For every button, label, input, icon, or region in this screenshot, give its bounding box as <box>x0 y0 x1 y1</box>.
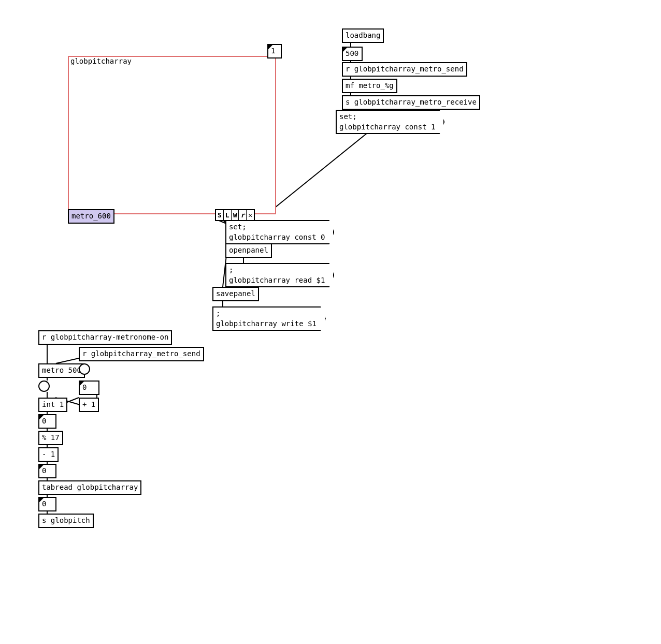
msg-set-const1-label: set;globpitcharray const 1 <box>339 112 435 131</box>
array-label: globpitcharray <box>70 57 132 65</box>
loadbang-label: loadbang <box>346 31 380 39</box>
s-metro-receive[interactable]: s globpitcharray_metro_receive <box>342 95 480 110</box>
openpanel-label: openpanel <box>229 246 268 254</box>
num-0-display-val: 0 <box>82 383 87 391</box>
savepanel-object[interactable]: savepanel <box>212 287 259 301</box>
bang-left[interactable] <box>38 380 50 392</box>
s-globpitch-label: s globpitch <box>42 516 90 524</box>
s-metro-receive-label: s globpitcharray_metro_receive <box>346 98 477 106</box>
bang-metro[interactable] <box>79 363 90 375</box>
msg-set-const0[interactable]: set;globpitcharray const 0 <box>225 220 334 244</box>
r-metro-send[interactable]: r globpitcharray_metro_send <box>342 62 467 77</box>
r-metro-send-label: r globpitcharray_metro_send <box>346 65 464 73</box>
openpanel-object[interactable]: openpanel <box>225 243 272 258</box>
subpatch-btn-x[interactable]: ✕ <box>247 210 254 220</box>
num-500[interactable]: 500 <box>342 47 363 61</box>
minus1-object[interactable]: - 1 <box>38 447 59 462</box>
subpatch-btn-w[interactable]: W <box>232 210 239 220</box>
msg-write[interactable]: ;globpitcharray write $1 <box>212 306 326 331</box>
mod17-label: % 17 <box>42 433 60 442</box>
mf-metro-label: mf metro_%g <box>346 81 394 90</box>
metro-500-label: metro 500 <box>42 366 81 374</box>
r-metro-send2[interactable]: r globpitcharray_metro_send <box>79 347 204 361</box>
metro-panel-label: metro_600 <box>71 212 111 220</box>
r-metronome-on[interactable]: r globpitcharray-metronome-on <box>38 330 172 345</box>
plus1-label: + 1 <box>82 400 95 408</box>
array-canvas <box>68 56 276 214</box>
loadbang-object[interactable]: loadbang <box>342 28 384 43</box>
tabread-object[interactable]: tabread globpitcharray <box>38 480 141 495</box>
minus1-label: - 1 <box>42 450 55 458</box>
msg-set-const1[interactable]: set;globpitcharray const 1 <box>336 110 444 134</box>
r-metro-send2-label: r globpitcharray_metro_send <box>82 349 200 358</box>
msg-read[interactable]: ;globpitcharray read $1 <box>225 263 334 287</box>
plus1-object[interactable]: + 1 <box>79 398 99 412</box>
num-0b[interactable]: 0 <box>38 464 56 478</box>
num-0a[interactable]: 0 <box>38 414 56 429</box>
msg-write-label: ;globpitcharray write $1 <box>216 309 317 328</box>
num-1[interactable]: 1 <box>267 44 282 58</box>
msg-read-label: ;globpitcharray read $1 <box>229 266 325 284</box>
num-0c[interactable]: 0 <box>38 497 56 511</box>
num-0b-val: 0 <box>42 466 46 475</box>
num-1-val: 1 <box>271 47 275 55</box>
s-globpitch[interactable]: s globpitch <box>38 514 94 528</box>
r-metronome-on-label: r globpitcharray-metronome-on <box>42 333 168 341</box>
mf-metro[interactable]: mf metro_%g <box>342 79 397 93</box>
subpatch-btn-r[interactable]: r <box>239 210 247 220</box>
num-0c-val: 0 <box>42 500 46 508</box>
int-label: int 1 <box>42 400 64 408</box>
num-0-display[interactable]: 0 <box>79 380 99 395</box>
tabread-label: tabread globpitcharray <box>42 483 138 491</box>
svg-line-7 <box>273 128 373 209</box>
num-500-val: 500 <box>346 49 358 57</box>
mod17-object[interactable]: % 17 <box>38 431 63 445</box>
int-object[interactable]: int 1 <box>38 398 67 412</box>
msg-set-const0-label: set;globpitcharray const 0 <box>229 223 325 241</box>
subpatch-btn-l[interactable]: L <box>224 210 232 220</box>
metro-panel[interactable]: metro_600 <box>68 209 114 224</box>
num-0a-val: 0 <box>42 417 46 425</box>
metro-500-object[interactable]: metro 500 <box>38 363 85 378</box>
savepanel-label: savepanel <box>216 289 255 298</box>
subpatch-buttons[interactable]: S L W r ✕ <box>215 209 255 221</box>
subpatch-btn-s[interactable]: S <box>216 210 224 220</box>
